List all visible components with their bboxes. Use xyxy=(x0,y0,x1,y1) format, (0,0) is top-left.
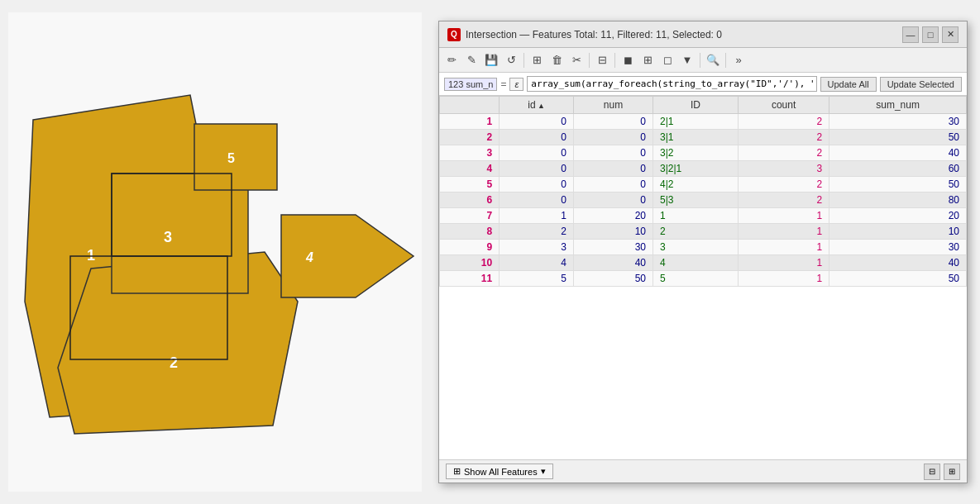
id-cell: 4 xyxy=(500,255,574,271)
count-cell: 2 xyxy=(738,114,829,130)
table-icon[interactable]: ⊞ xyxy=(638,51,657,69)
table-row[interactable]: 3 0 0 3|2 2 40 xyxy=(440,145,967,161)
sum-num-cell: 50 xyxy=(829,130,967,145)
separator-5 xyxy=(725,53,726,68)
num-cell: 30 xyxy=(574,240,653,255)
label-1: 1 xyxy=(87,247,95,264)
sum-num-cell: 10 xyxy=(829,224,967,240)
num-cell: 0 xyxy=(574,193,653,208)
minimize-button[interactable]: — xyxy=(902,26,919,43)
epsilon-button[interactable]: ε xyxy=(509,78,523,91)
sum-num-cell: 20 xyxy=(829,208,967,224)
window-controls: — □ ✕ xyxy=(902,26,958,43)
row-number: 11 xyxy=(440,271,500,287)
sum-num-cell: 80 xyxy=(829,193,967,208)
count-cell: 1 xyxy=(738,240,829,255)
edit-icon2[interactable]: ✎ xyxy=(462,51,480,69)
select-icon[interactable]: ◻ xyxy=(658,51,676,69)
num-cell: 0 xyxy=(574,114,653,130)
status-icons: ⊟ ⊞ xyxy=(924,464,960,480)
maximize-button[interactable]: □ xyxy=(922,26,939,43)
col-num[interactable]: num xyxy=(574,97,653,114)
expression-input[interactable] xyxy=(527,76,816,92)
ID-cell: 3 xyxy=(653,240,739,255)
columns-icon[interactable]: ⊟ xyxy=(593,51,611,69)
table-body: 1 0 0 2|1 2 30 2 0 0 3|1 2 50 3 0 0 3|2 … xyxy=(440,114,967,287)
show-features-label: Show All Features xyxy=(464,467,538,477)
id-cell: 0 xyxy=(500,114,574,130)
row-number: 6 xyxy=(440,193,500,208)
count-cell: 2 xyxy=(738,177,829,193)
qgis-icon: Q xyxy=(447,28,461,41)
sum-num-cell: 60 xyxy=(829,161,967,177)
filter-icon[interactable]: ▼ xyxy=(678,51,696,69)
table-row[interactable]: 6 0 0 5|3 2 80 xyxy=(440,193,967,208)
row-number: 3 xyxy=(440,145,500,161)
id-cell: 0 xyxy=(500,177,574,193)
dropdown-arrow-icon: ▾ xyxy=(541,466,546,477)
table-row[interactable]: 8 2 10 2 1 10 xyxy=(440,224,967,240)
toolbar: ✏ ✎ 💾 ↺ ⊞ 🗑 ✂ ⊟ ◼ ⊞ ◻ ▼ 🔍 » xyxy=(439,48,967,73)
col-id[interactable]: id xyxy=(500,97,574,114)
update-selected-button[interactable]: Update Selected xyxy=(880,77,962,92)
table-row[interactable]: 5 0 0 4|2 2 50 xyxy=(440,177,967,193)
num-cell: 0 xyxy=(574,177,653,193)
label-3: 3 xyxy=(164,229,172,245)
window-title: Intersection — Features Total: 11, Filte… xyxy=(466,29,722,40)
table-row[interactable]: 2 0 0 3|1 2 50 xyxy=(440,130,967,145)
separator-3 xyxy=(614,53,615,68)
add-col-icon[interactable]: ⊞ xyxy=(528,51,546,69)
row-number: 2 xyxy=(440,130,500,145)
title-bar-left: Q Intersection — Features Total: 11, Fil… xyxy=(447,28,722,41)
col-ID[interactable]: ID xyxy=(653,97,739,114)
data-table: id num ID count sum_num 1 0 0 2|1 2 30 2… xyxy=(439,96,967,287)
num-cell: 0 xyxy=(574,161,653,177)
table-row[interactable]: 11 5 50 5 1 50 xyxy=(440,271,967,287)
ID-cell: 5|3 xyxy=(653,193,739,208)
table-row[interactable]: 7 1 20 1 1 20 xyxy=(440,208,967,224)
grid-icon[interactable]: ⊟ xyxy=(924,464,940,480)
save-icon[interactable]: 💾 xyxy=(482,51,500,69)
separator-1 xyxy=(523,53,524,68)
zoom-icon[interactable]: 🔍 xyxy=(704,51,722,69)
export-icon[interactable]: ◼ xyxy=(619,51,637,69)
row-number: 4 xyxy=(440,161,500,177)
ID-cell: 3|2|1 xyxy=(653,161,739,177)
ID-cell: 3|1 xyxy=(653,130,739,145)
map-canvas: 1 2 3 4 5 xyxy=(8,12,422,492)
ID-cell: 2|1 xyxy=(653,114,739,130)
polygon-5 xyxy=(194,124,277,190)
equals-sign: = xyxy=(500,78,506,90)
sum-num-cell: 50 xyxy=(829,271,967,287)
count-cell: 1 xyxy=(738,271,829,287)
table-row[interactable]: 10 4 40 4 1 40 xyxy=(440,255,967,271)
col-row xyxy=(440,97,500,114)
edit-pencil-icon[interactable]: ✏ xyxy=(442,51,461,69)
delete-col-icon[interactable]: 🗑 xyxy=(547,51,566,69)
count-cell: 1 xyxy=(738,208,829,224)
sum-num-cell: 30 xyxy=(829,240,967,255)
expression-bar: 123 sum_n = ε Update All Update Selected xyxy=(439,73,967,96)
col-count[interactable]: count xyxy=(738,97,829,114)
ID-cell: 4 xyxy=(653,255,739,271)
more-icon[interactable]: » xyxy=(729,51,748,69)
id-cell: 5 xyxy=(500,271,574,287)
update-all-button[interactable]: Update All xyxy=(820,77,877,92)
table-view-icon[interactable]: ⊞ xyxy=(944,464,960,480)
close-button[interactable]: ✕ xyxy=(942,26,958,43)
table-row[interactable]: 1 0 0 2|1 2 30 xyxy=(440,114,967,130)
table-row[interactable]: 4 0 0 3|2|1 3 60 xyxy=(440,161,967,177)
col-sum-num[interactable]: sum_num xyxy=(829,97,967,114)
row-number: 1 xyxy=(440,114,500,130)
refresh-icon[interactable]: ↺ xyxy=(502,51,520,69)
id-cell: 0 xyxy=(500,161,574,177)
table-row[interactable]: 9 3 30 3 1 30 xyxy=(440,240,967,255)
sum-num-cell: 40 xyxy=(829,255,967,271)
ID-cell: 3|2 xyxy=(653,145,739,161)
separator-4 xyxy=(700,53,700,68)
cut-icon[interactable]: ✂ xyxy=(567,51,586,69)
title-bar: Q Intersection — Features Total: 11, Fil… xyxy=(439,21,967,48)
num-cell: 50 xyxy=(574,271,653,287)
show-all-features-button[interactable]: ⊞ Show All Features ▾ xyxy=(446,464,553,479)
ID-cell: 4|2 xyxy=(653,177,739,193)
